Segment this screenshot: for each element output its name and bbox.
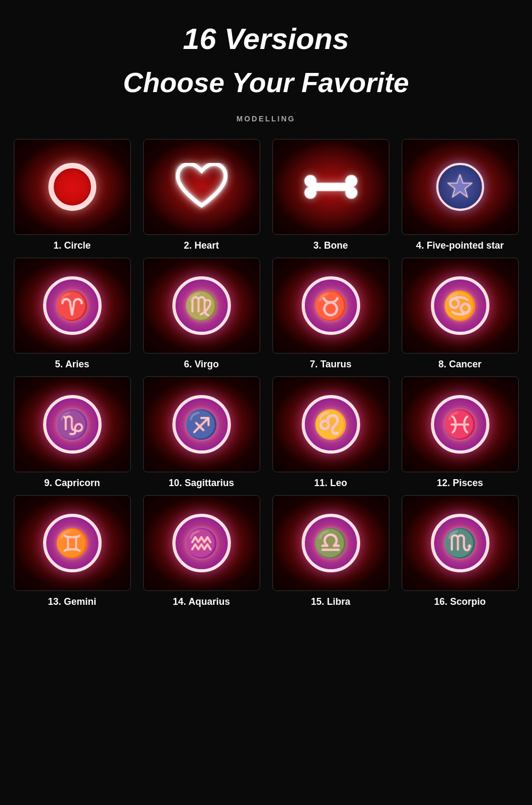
list-item[interactable]: 4. Five-pointed star <box>398 139 521 251</box>
icon-box-heart <box>143 139 260 235</box>
list-item[interactable]: ♍ 6. Virgo <box>140 258 263 370</box>
icon-box-capricorn: ♑ <box>14 376 131 472</box>
icon-box-sagittarius: ♐ <box>143 376 260 472</box>
item-label-4: 4. Five-pointed star <box>416 240 504 251</box>
subtitle: Choose Your Favorite <box>123 67 409 98</box>
item-label-14: 14. Aquarius <box>173 596 230 607</box>
items-grid: 1. Circle 2. Heart <box>11 139 521 607</box>
item-label-1: 1. Circle <box>53 240 90 251</box>
bone-icon <box>302 171 360 203</box>
zodiac-taurus: ♉ <box>302 276 360 335</box>
zodiac-sagittarius: ♐ <box>172 395 231 454</box>
main-title: 16 Versions <box>183 21 349 56</box>
list-item[interactable]: ♓ 12. Pisces <box>398 376 521 489</box>
zodiac-gemini: ♊ <box>43 514 102 572</box>
capricorn-symbol: ♑ <box>55 410 89 438</box>
item-label-12: 12. Pisces <box>437 478 483 489</box>
circle-icon <box>48 163 96 211</box>
list-item[interactable]: ♊ 13. Gemini <box>11 495 134 607</box>
item-label-5: 5. Aries <box>55 359 89 370</box>
item-label-6: 6. Virgo <box>184 359 219 370</box>
icon-box-leo: ♌ <box>272 376 389 472</box>
zodiac-pisces: ♓ <box>431 395 489 454</box>
item-label-11: 11. Leo <box>314 478 347 489</box>
zodiac-capricorn: ♑ <box>43 395 102 454</box>
modelling-label: MODELLING <box>237 114 296 123</box>
list-item[interactable]: ♈ 5. Aries <box>11 258 134 370</box>
list-item[interactable]: ♏ 16. Scorpio <box>398 495 521 607</box>
icon-box-aries: ♈ <box>14 258 131 354</box>
star-icon <box>445 172 475 202</box>
icon-box-circle <box>14 139 131 235</box>
heart-icon <box>175 163 228 211</box>
star-container <box>436 163 484 211</box>
item-label-7: 7. Taurus <box>310 359 352 370</box>
icon-box-scorpio: ♏ <box>402 495 519 591</box>
list-item[interactable]: 2. Heart <box>140 139 263 251</box>
leo-symbol: ♌ <box>313 410 348 438</box>
list-item[interactable]: ♐ 10. Sagittarius <box>140 376 263 489</box>
scorpio-symbol: ♏ <box>443 529 477 557</box>
item-label-16: 16. Scorpio <box>434 596 486 607</box>
icon-box-cancer: ♋ <box>402 258 519 354</box>
icon-box-bone <box>272 139 389 235</box>
list-item[interactable]: ♉ 7. Taurus <box>269 258 392 370</box>
list-item[interactable]: ♒ 14. Aquarius <box>140 495 263 607</box>
item-label-3: 3. Bone <box>313 240 348 251</box>
item-label-15: 15. Libra <box>311 596 350 607</box>
zodiac-libra: ♎ <box>302 514 360 572</box>
list-item[interactable]: ♎ 15. Libra <box>269 495 392 607</box>
zodiac-scorpio: ♏ <box>431 514 489 572</box>
aries-symbol: ♈ <box>55 292 89 319</box>
icon-box-aquarius: ♒ <box>143 495 260 591</box>
icon-box-virgo: ♍ <box>143 258 260 354</box>
cancer-symbol: ♋ <box>443 292 477 319</box>
svg-rect-4 <box>312 183 350 191</box>
sagittarius-symbol: ♐ <box>184 410 219 438</box>
list-item[interactable]: ♑ 9. Capricorn <box>11 376 134 489</box>
list-item[interactable]: 3. Bone <box>269 139 392 251</box>
libra-symbol: ♎ <box>313 529 348 557</box>
taurus-symbol: ♉ <box>313 292 348 319</box>
zodiac-aquarius: ♒ <box>172 514 231 572</box>
list-item[interactable]: 1. Circle <box>11 139 134 251</box>
gemini-symbol: ♊ <box>55 529 89 557</box>
icon-box-libra: ♎ <box>272 495 389 591</box>
item-label-9: 9. Capricorn <box>44 478 100 489</box>
list-item[interactable]: ♋ 8. Cancer <box>398 258 521 370</box>
icon-box-star <box>402 139 519 235</box>
icon-box-pisces: ♓ <box>402 376 519 472</box>
pisces-symbol: ♓ <box>443 410 477 438</box>
item-label-8: 8. Cancer <box>438 359 481 370</box>
icon-box-taurus: ♉ <box>272 258 389 354</box>
item-label-10: 10. Sagittarius <box>169 478 234 489</box>
virgo-symbol: ♍ <box>184 292 219 319</box>
list-item[interactable]: ♌ 11. Leo <box>269 376 392 489</box>
aquarius-symbol: ♒ <box>184 529 219 557</box>
zodiac-virgo: ♍ <box>172 276 231 335</box>
svg-marker-5 <box>448 175 472 196</box>
zodiac-aries: ♈ <box>43 276 102 335</box>
item-label-13: 13. Gemini <box>48 596 96 607</box>
zodiac-leo: ♌ <box>302 395 360 454</box>
zodiac-cancer: ♋ <box>431 276 489 335</box>
item-label-2: 2. Heart <box>184 240 219 251</box>
icon-box-gemini: ♊ <box>14 495 131 591</box>
